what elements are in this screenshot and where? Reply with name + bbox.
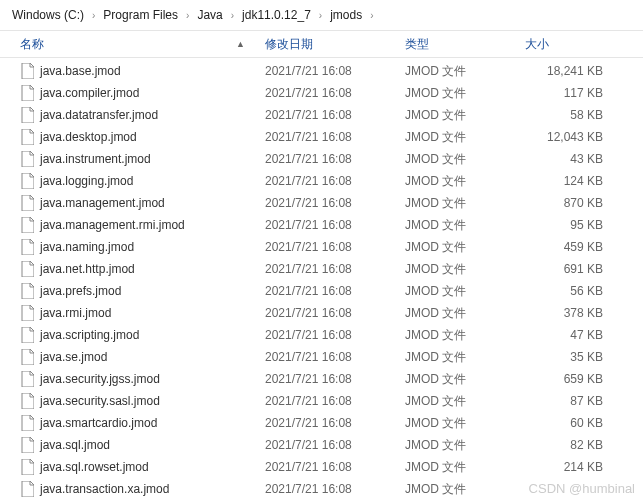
file-size-cell: 378 KB (525, 306, 633, 320)
file-type-cell: JMOD 文件 (405, 481, 525, 498)
file-size-cell: 124 KB (525, 174, 633, 188)
file-date-cell: 2021/7/21 16:08 (265, 350, 405, 364)
file-name-cell: java.compiler.jmod (10, 85, 265, 101)
file-name-label: java.net.http.jmod (40, 262, 135, 276)
file-size-cell: 117 KB (525, 86, 633, 100)
file-size-cell: 58 KB (525, 108, 633, 122)
file-row[interactable]: java.security.jgss.jmod2021/7/21 16:08JM… (0, 368, 643, 390)
file-type-cell: JMOD 文件 (405, 459, 525, 476)
breadcrumb-item[interactable]: Windows (C:) (10, 6, 86, 24)
column-header-size[interactable]: 大小 (525, 36, 633, 53)
file-icon (20, 327, 34, 343)
file-row[interactable]: java.transaction.xa.jmod2021/7/21 16:08J… (0, 478, 643, 500)
file-size-cell: 43 KB (525, 152, 633, 166)
file-name-label: java.desktop.jmod (40, 130, 137, 144)
file-row[interactable]: java.sql.jmod2021/7/21 16:08JMOD 文件82 KB (0, 434, 643, 456)
file-row[interactable]: java.desktop.jmod2021/7/21 16:08JMOD 文件1… (0, 126, 643, 148)
file-name-label: java.security.jgss.jmod (40, 372, 160, 386)
file-row[interactable]: java.base.jmod2021/7/21 16:08JMOD 文件18,2… (0, 60, 643, 82)
file-row[interactable]: java.net.http.jmod2021/7/21 16:08JMOD 文件… (0, 258, 643, 280)
file-name-cell: java.desktop.jmod (10, 129, 265, 145)
file-row[interactable]: java.management.jmod2021/7/21 16:08JMOD … (0, 192, 643, 214)
chevron-right-icon: › (184, 10, 191, 21)
file-icon (20, 371, 34, 387)
chevron-right-icon: › (317, 10, 324, 21)
file-name-cell: java.net.http.jmod (10, 261, 265, 277)
column-header-name[interactable]: 名称 ▲ (10, 36, 265, 53)
file-date-cell: 2021/7/21 16:08 (265, 174, 405, 188)
file-size-cell: 870 KB (525, 196, 633, 210)
file-type-cell: JMOD 文件 (405, 217, 525, 234)
file-date-cell: 2021/7/21 16:08 (265, 416, 405, 430)
file-name-label: java.transaction.xa.jmod (40, 482, 169, 496)
file-name-cell: java.security.sasl.jmod (10, 393, 265, 409)
file-icon (20, 129, 34, 145)
chevron-right-icon: › (368, 10, 375, 21)
file-name-cell: java.transaction.xa.jmod (10, 481, 265, 497)
file-row[interactable]: java.datatransfer.jmod2021/7/21 16:08JMO… (0, 104, 643, 126)
file-size-cell: 691 KB (525, 262, 633, 276)
file-type-cell: JMOD 文件 (405, 63, 525, 80)
column-header-size-label: 大小 (525, 37, 549, 51)
file-name-cell: java.security.jgss.jmod (10, 371, 265, 387)
file-row[interactable]: java.logging.jmod2021/7/21 16:08JMOD 文件1… (0, 170, 643, 192)
file-row[interactable]: java.prefs.jmod2021/7/21 16:08JMOD 文件56 … (0, 280, 643, 302)
file-name-label: java.rmi.jmod (40, 306, 111, 320)
file-icon (20, 459, 34, 475)
sort-ascending-icon: ▲ (236, 39, 245, 49)
file-type-cell: JMOD 文件 (405, 393, 525, 410)
file-row[interactable]: java.rmi.jmod2021/7/21 16:08JMOD 文件378 K… (0, 302, 643, 324)
file-date-cell: 2021/7/21 16:08 (265, 284, 405, 298)
file-date-cell: 2021/7/21 16:08 (265, 262, 405, 276)
file-date-cell: 2021/7/21 16:08 (265, 108, 405, 122)
file-name-cell: java.datatransfer.jmod (10, 107, 265, 123)
breadcrumb-item[interactable]: jdk11.0.12_7 (240, 6, 313, 24)
file-name-label: java.datatransfer.jmod (40, 108, 158, 122)
chevron-right-icon: › (229, 10, 236, 21)
column-header-date[interactable]: 修改日期 (265, 36, 405, 53)
file-date-cell: 2021/7/21 16:08 (265, 240, 405, 254)
file-date-cell: 2021/7/21 16:08 (265, 86, 405, 100)
file-date-cell: 2021/7/21 16:08 (265, 328, 405, 342)
file-row[interactable]: java.naming.jmod2021/7/21 16:08JMOD 文件45… (0, 236, 643, 258)
file-size-cell: 47 KB (525, 328, 633, 342)
file-row[interactable]: java.sql.rowset.jmod2021/7/21 16:08JMOD … (0, 456, 643, 478)
file-row[interactable]: java.compiler.jmod2021/7/21 16:08JMOD 文件… (0, 82, 643, 104)
file-name-label: java.compiler.jmod (40, 86, 139, 100)
breadcrumb-item[interactable]: jmods (328, 6, 364, 24)
file-type-cell: JMOD 文件 (405, 349, 525, 366)
breadcrumb-item[interactable]: Java (195, 6, 224, 24)
file-size-cell: 459 KB (525, 240, 633, 254)
file-size-cell: 35 KB (525, 350, 633, 364)
file-type-cell: JMOD 文件 (405, 85, 525, 102)
file-type-cell: JMOD 文件 (405, 371, 525, 388)
breadcrumb-item[interactable]: Program Files (101, 6, 180, 24)
file-row[interactable]: java.security.sasl.jmod2021/7/21 16:08JM… (0, 390, 643, 412)
file-name-cell: java.se.jmod (10, 349, 265, 365)
column-header-type[interactable]: 类型 (405, 36, 525, 53)
file-name-cell: java.sql.jmod (10, 437, 265, 453)
file-size-cell: 12,043 KB (525, 130, 633, 144)
file-type-cell: JMOD 文件 (405, 173, 525, 190)
file-name-cell: java.prefs.jmod (10, 283, 265, 299)
file-size-cell: 87 KB (525, 394, 633, 408)
file-name-label: java.management.rmi.jmod (40, 218, 185, 232)
chevron-right-icon: › (90, 10, 97, 21)
file-row[interactable]: java.instrument.jmod2021/7/21 16:08JMOD … (0, 148, 643, 170)
file-name-label: java.naming.jmod (40, 240, 134, 254)
file-size-cell: 82 KB (525, 438, 633, 452)
file-row[interactable]: java.management.rmi.jmod2021/7/21 16:08J… (0, 214, 643, 236)
file-size-cell: 214 KB (525, 460, 633, 474)
column-header-name-label: 名称 (20, 36, 44, 53)
file-size-cell: 56 KB (525, 284, 633, 298)
file-row[interactable]: java.scripting.jmod2021/7/21 16:08JMOD 文… (0, 324, 643, 346)
file-icon (20, 261, 34, 277)
file-icon (20, 415, 34, 431)
file-row[interactable]: java.se.jmod2021/7/21 16:08JMOD 文件35 KB (0, 346, 643, 368)
file-date-cell: 2021/7/21 16:08 (265, 482, 405, 496)
file-name-label: java.sql.jmod (40, 438, 110, 452)
column-header-row: 名称 ▲ 修改日期 类型 大小 (0, 30, 643, 58)
file-date-cell: 2021/7/21 16:08 (265, 372, 405, 386)
file-row[interactable]: java.smartcardio.jmod2021/7/21 16:08JMOD… (0, 412, 643, 434)
file-list: java.base.jmod2021/7/21 16:08JMOD 文件18,2… (0, 58, 643, 500)
